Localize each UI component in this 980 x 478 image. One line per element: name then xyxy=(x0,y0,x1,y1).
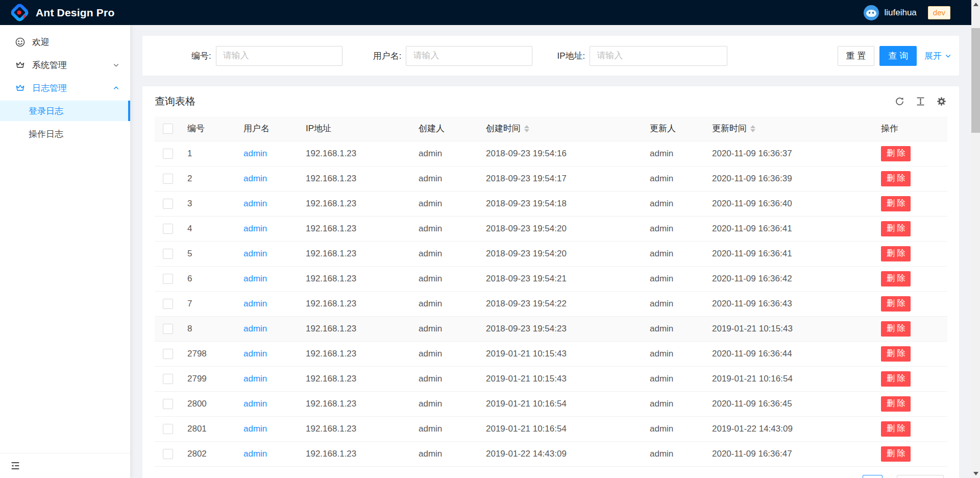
settings-icon[interactable] xyxy=(936,96,947,107)
cell-update-time: 2020-11-09 16:36:41 xyxy=(704,241,873,266)
delete-button[interactable]: 删 除 xyxy=(881,196,911,211)
table-row: 1 admin 192.168.1.23 admin 2018-09-23 19… xyxy=(155,141,947,166)
cell-ip: 192.168.1.23 xyxy=(298,341,410,366)
delete-button[interactable]: 删 除 xyxy=(881,321,911,337)
username-link[interactable]: admin xyxy=(243,224,267,233)
cell-updater: admin xyxy=(642,216,704,241)
row-checkbox[interactable] xyxy=(163,424,173,434)
row-checkbox[interactable] xyxy=(163,174,173,184)
cell-create-time: 2018-09-23 19:54:21 xyxy=(478,266,642,291)
username-link[interactable]: admin xyxy=(243,424,267,434)
username-link[interactable]: admin xyxy=(243,199,267,208)
menu-fold-icon[interactable] xyxy=(10,460,21,471)
density-icon[interactable] xyxy=(915,96,926,107)
cell-create-time: 2018-09-23 19:54:16 xyxy=(478,141,642,166)
username-link[interactable]: admin xyxy=(243,249,267,258)
row-checkbox[interactable] xyxy=(163,249,173,259)
cell-id: 2801 xyxy=(179,416,235,441)
delete-button[interactable]: 删 除 xyxy=(881,146,911,161)
cell-updater: admin xyxy=(642,241,704,266)
cell-creator: admin xyxy=(410,366,478,391)
id-input[interactable] xyxy=(216,46,342,66)
delete-button[interactable]: 删 除 xyxy=(881,421,911,437)
scrollbar-up-arrow-icon[interactable] xyxy=(971,0,980,9)
username-link[interactable]: admin xyxy=(243,174,267,183)
page-size-select[interactable] xyxy=(897,475,944,478)
row-checkbox[interactable] xyxy=(163,449,173,459)
sort-control[interactable] xyxy=(524,125,529,132)
sidebar-item-welcome[interactable]: 欢迎 xyxy=(0,32,130,52)
delete-button[interactable]: 删 除 xyxy=(881,296,911,312)
username-link[interactable]: admin xyxy=(243,374,267,384)
username-link[interactable]: admin xyxy=(243,449,267,459)
row-checkbox[interactable] xyxy=(163,149,173,159)
row-checkbox[interactable] xyxy=(163,324,173,334)
select-all-checkbox[interactable] xyxy=(163,124,173,134)
pagination-current-page[interactable] xyxy=(863,475,883,478)
sort-desc-caret-icon[interactable] xyxy=(524,129,529,132)
sidebar-item-system-mgmt[interactable]: 系统管理 xyxy=(0,55,130,75)
delete-button[interactable]: 删 除 xyxy=(881,171,911,186)
delete-button[interactable]: 删 除 xyxy=(881,396,911,412)
sidebar-item-login-log[interactable]: 登录日志 xyxy=(0,101,130,121)
reset-button[interactable]: 重 置 xyxy=(838,46,875,66)
delete-button[interactable]: 删 除 xyxy=(881,271,911,286)
row-checkbox[interactable] xyxy=(163,299,173,309)
cell-updater: admin xyxy=(642,391,704,416)
cell-update-time: 2020-11-09 16:36:39 xyxy=(704,166,873,191)
username-link[interactable]: admin xyxy=(243,149,267,158)
column-header-id: 编号 xyxy=(179,116,235,141)
cell-id: 5 xyxy=(179,241,235,266)
cell-updater: admin xyxy=(642,441,704,466)
row-checkbox[interactable] xyxy=(163,274,173,284)
username-link[interactable]: admin xyxy=(243,274,267,283)
delete-button[interactable]: 删 除 xyxy=(881,221,911,236)
row-checkbox[interactable] xyxy=(163,349,173,359)
user-name[interactable]: liufeihua xyxy=(884,8,916,18)
main-content: 编号: 用户名: IP地址: 重 置 查 询 展开 查询表格 xyxy=(130,25,971,478)
vertical-scrollbar[interactable] xyxy=(971,0,980,478)
row-checkbox[interactable] xyxy=(163,399,173,409)
sort-asc-caret-icon[interactable] xyxy=(750,125,755,128)
cell-updater: admin xyxy=(642,291,704,316)
username-input[interactable] xyxy=(406,46,532,66)
row-checkbox[interactable] xyxy=(163,224,173,234)
cell-updater: admin xyxy=(642,191,704,216)
sort-asc-caret-icon[interactable] xyxy=(524,125,529,128)
cell-create-time: 2019-01-21 10:15:43 xyxy=(478,341,642,366)
cell-update-time: 2020-11-09 16:36:40 xyxy=(704,191,873,216)
username-link[interactable]: admin xyxy=(243,399,267,409)
reload-icon[interactable] xyxy=(894,96,905,107)
user-avatar[interactable] xyxy=(864,5,879,20)
delete-button[interactable]: 删 除 xyxy=(881,446,911,462)
column-header-update-time: 更新时间 xyxy=(704,116,873,141)
delete-button[interactable]: 删 除 xyxy=(881,246,911,261)
row-checkbox[interactable] xyxy=(163,374,173,384)
username-link[interactable]: admin xyxy=(243,324,267,333)
scrollbar-down-arrow-icon[interactable] xyxy=(971,469,980,478)
scrollbar-thumb[interactable] xyxy=(971,28,980,133)
username-link[interactable]: admin xyxy=(243,299,267,308)
sort-desc-caret-icon[interactable] xyxy=(750,129,755,132)
query-button[interactable]: 查 询 xyxy=(879,46,917,66)
cell-create-time: 2018-09-23 19:54:20 xyxy=(478,241,642,266)
delete-button[interactable]: 删 除 xyxy=(881,371,911,387)
id-field-label: 编号: xyxy=(191,50,211,62)
cell-ip: 192.168.1.23 xyxy=(298,241,410,266)
logo-area[interactable]: Ant Design Pro xyxy=(0,3,114,22)
field-username: 用户名: xyxy=(373,46,533,66)
sidebar-item-log-mgmt[interactable]: 日志管理 xyxy=(0,78,130,98)
cell-id: 7 xyxy=(179,291,235,316)
chevron-down-icon xyxy=(944,52,952,60)
ip-input[interactable] xyxy=(590,46,727,66)
delete-button[interactable]: 删 除 xyxy=(881,346,911,362)
sidebar-item-operation-log[interactable]: 操作日志 xyxy=(0,124,130,144)
smile-icon xyxy=(15,37,26,47)
cell-creator: admin xyxy=(410,341,478,366)
avatar-face xyxy=(866,10,876,17)
table-row: 2 admin 192.168.1.23 admin 2018-09-23 19… xyxy=(155,166,947,191)
sort-control[interactable] xyxy=(750,125,755,132)
username-link[interactable]: admin xyxy=(243,349,267,358)
expand-toggle[interactable]: 展开 xyxy=(924,50,952,62)
row-checkbox[interactable] xyxy=(163,199,173,209)
